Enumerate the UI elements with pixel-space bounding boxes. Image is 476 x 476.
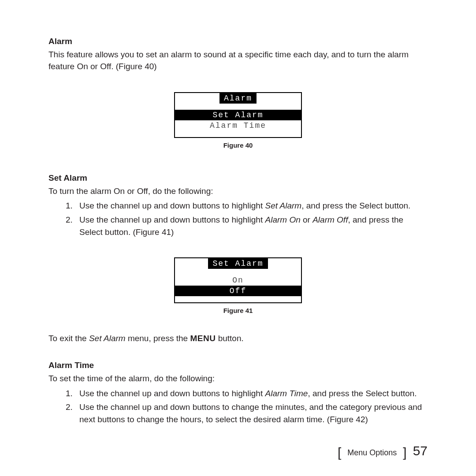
list-item: Use the channel up and down buttons to h… [75, 387, 428, 400]
lcd-row-item: On [175, 275, 301, 286]
lcd-row-item: Alarm Time [175, 120, 301, 131]
para-exit-set-alarm: To exit the Set Alarm menu, press the ME… [48, 332, 428, 345]
steps-set-alarm: Use the channel up and down buttons to h… [48, 200, 428, 238]
step-text: Use the channel up and down buttons to h… [79, 201, 265, 210]
step-text: Use the channel up and down buttons to h… [79, 389, 265, 398]
step-italic: Set Alarm [265, 201, 301, 210]
exit-text: To exit the [48, 334, 89, 343]
steps-alarm-time: Use the channel up and down buttons to h… [48, 387, 428, 426]
lcd-title-row: Alarm [175, 93, 301, 104]
footer-section: Menu Options [347, 447, 397, 458]
lcd-screen: Alarm Set Alarm Alarm Time [174, 92, 302, 138]
lcd-title: Set Alarm [208, 258, 268, 269]
lcd-row-selected: Off [175, 286, 301, 296]
page-footer: [ Menu Options ] 57 [338, 444, 428, 458]
heading-alarm-time: Alarm Time [48, 359, 428, 372]
lcd-row-selected: Set Alarm [175, 110, 301, 120]
para-set-alarm-intro: To turn the alarm On or Off, do the foll… [48, 185, 428, 197]
manual-page: Alarm This feature allows you to set an … [0, 0, 476, 476]
figure-41: Set Alarm On Off Figure 41 [48, 257, 428, 316]
exit-text: menu, press the [126, 334, 190, 343]
step-italic: Alarm Time [265, 389, 308, 398]
figure-caption: Figure 41 [223, 306, 253, 316]
page-number: 57 [413, 444, 428, 457]
figure-caption: Figure 40 [223, 141, 253, 150]
para-alarm-time-intro: To set the time of the alarm, do the fol… [48, 372, 428, 385]
para-alarm-desc: This feature allows you to set an alarm … [48, 48, 428, 73]
exit-bold: MENU [190, 334, 216, 343]
step-text: , and press the Select button. [308, 389, 416, 398]
lcd-spacer [175, 131, 301, 137]
lcd-spacer [175, 269, 301, 275]
list-item: Use the channel up and down buttons to c… [75, 401, 428, 425]
figure-40: Alarm Set Alarm Alarm Time Figure 40 [48, 92, 428, 150]
step-text: Use the channel up and down buttons to c… [79, 402, 422, 424]
exit-italic: Set Alarm [89, 334, 126, 343]
lcd-title-row: Set Alarm [175, 258, 301, 269]
step-italic: Alarm Off [312, 215, 348, 224]
lcd-spacer [175, 296, 301, 302]
bracket-right: ] [403, 446, 406, 459]
step-italic: Alarm On [265, 215, 300, 224]
step-text: , and press the Select button. [301, 201, 410, 210]
list-item: Use the channel up and down buttons to h… [75, 200, 428, 212]
heading-set-alarm: Set Alarm [48, 172, 428, 184]
exit-text: button. [216, 334, 243, 343]
lcd-spacer [175, 104, 301, 110]
heading-alarm: Alarm [48, 35, 428, 48]
step-text: Use the channel up and down buttons to h… [79, 215, 265, 224]
bracket-left: [ [338, 446, 341, 459]
step-text: or [301, 215, 312, 224]
lcd-title: Alarm [219, 93, 257, 104]
lcd-screen: Set Alarm On Off [174, 257, 302, 303]
list-item: Use the channel up and down buttons to h… [75, 214, 428, 238]
